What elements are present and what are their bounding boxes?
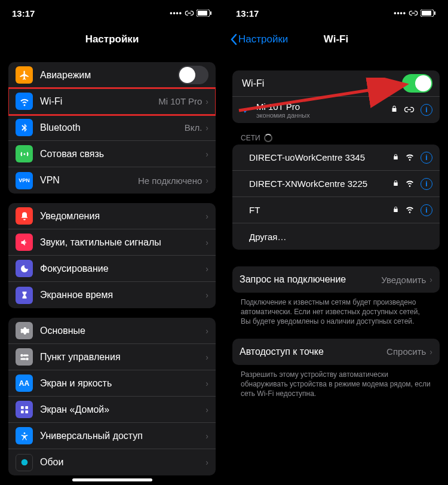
accessibility-icon [16, 427, 33, 444]
airplane-icon [16, 66, 33, 84]
wifi-screen: 13:17 •••• Настройки Wi-Fi Wi-Fi ✓ [224, 0, 448, 485]
svg-rect-2 [210, 11, 211, 15]
gear-icon [16, 322, 33, 339]
airplane-toggle[interactable] [178, 66, 208, 84]
row-value: Mi 10T Pro [158, 96, 202, 106]
settings-group-general: Основные › Пункт управления › AA Экран и… [8, 318, 216, 475]
row-general[interactable]: Основные › [8, 318, 216, 344]
svg-point-12 [21, 459, 27, 466]
row-label: VPN [40, 175, 138, 186]
auto-footer-text: Разрешить этому устройству автоматически… [232, 365, 440, 399]
back-button[interactable]: Настройки [230, 33, 288, 45]
row-label: Wi-Fi [40, 96, 158, 107]
header: Настройки Wi-Fi [224, 26, 448, 53]
chevron-right-icon: › [205, 149, 208, 159]
row-notifications[interactable]: Уведомления › [8, 203, 216, 229]
status-bar: 13:17 •••• [0, 0, 224, 26]
chevron-right-icon: › [205, 176, 208, 185]
row-label: Экранное время [40, 290, 205, 300]
row-cellular[interactable]: Сотовая связь › [8, 141, 216, 167]
chevron-right-icon: › [205, 379, 208, 388]
chevron-right-icon: › [205, 352, 208, 362]
home-indicator[interactable] [72, 478, 152, 481]
status-right: •••• [394, 8, 436, 19]
chevron-right-icon: › [205, 458, 208, 467]
row-wallpaper[interactable]: Обои › [8, 449, 216, 475]
row-label: Универсальный доступ [40, 431, 205, 441]
network-row[interactable]: DIRECT-uoWorkCentre 3345 i [232, 145, 440, 171]
ask-group: Запрос на подключение Уведомить › [232, 266, 440, 293]
wifi-toggle[interactable] [402, 74, 432, 93]
row-vpn[interactable]: VPN VPN Не подключено › [8, 167, 216, 194]
row-label: Фокусирование [40, 263, 205, 274]
row-value: Спросить [386, 346, 426, 357]
info-icon[interactable]: i [421, 204, 432, 216]
status-time: 13:17 [236, 8, 259, 19]
chevron-right-icon: › [205, 431, 208, 441]
network-row[interactable]: FT i [232, 197, 440, 223]
lock-icon [392, 179, 399, 189]
row-wifi-toggle[interactable]: Wi-Fi [232, 70, 440, 97]
row-label: Обои [40, 457, 205, 468]
network-row[interactable]: DIRECT-XNWorkCentre 3225 i [232, 171, 440, 197]
wallpaper-icon [16, 454, 33, 471]
settings-content[interactable]: Авиарежим Wi-Fi Mi 10T Pro › Bluetooth В… [0, 62, 224, 475]
svg-rect-4 [23, 354, 28, 356]
settings-screen: 13:17 •••• Настройки Авиарежим [0, 0, 224, 485]
ask-footer-text: Подключение к известным сетям будет прои… [232, 293, 440, 327]
lock-icon [391, 105, 398, 115]
row-sounds[interactable]: Звуки, тактильные сигналы › [8, 229, 216, 256]
link-icon [409, 10, 418, 16]
row-wifi[interactable]: Wi-Fi Mi 10T Pro › [8, 88, 216, 115]
row-value: Уведомить [381, 275, 426, 285]
link-icon [185, 10, 194, 16]
row-value: Вкл. [185, 122, 202, 133]
row-control-center[interactable]: Пункт управления › [8, 344, 216, 370]
cellular-icon [16, 145, 33, 162]
row-auto-hotspot[interactable]: Автодоступ к точке Спросить › [232, 339, 440, 365]
row-label: Автодоступ к точке [240, 346, 386, 357]
svg-point-11 [23, 432, 25, 434]
row-other-network[interactable]: Другая… [232, 223, 440, 250]
chevron-right-icon: › [205, 211, 208, 221]
battery-icon [421, 8, 436, 19]
row-bluetooth[interactable]: Bluetooth Вкл. › [8, 115, 216, 141]
check-icon: ✓ [240, 105, 253, 116]
row-label: Экран «Домой» [40, 404, 205, 415]
wifi-signal-icon [405, 205, 415, 216]
row-screentime[interactable]: Экранное время › [8, 282, 216, 308]
lock-icon [392, 152, 399, 163]
network-name: DIRECT-XNWorkCentre 3225 [240, 179, 392, 189]
other-label: Другая… [240, 232, 432, 242]
svg-point-5 [26, 357, 29, 360]
header: Настройки [0, 26, 224, 53]
vpn-icon: VPN [16, 172, 33, 189]
info-icon[interactable]: i [421, 178, 432, 190]
row-value: Не подключено [138, 176, 202, 186]
network-name: DIRECT-uoWorkCentre 3345 [240, 152, 392, 162]
wifi-signal-icon [405, 179, 415, 189]
info-icon[interactable]: i [421, 152, 432, 164]
row-connected-network[interactable]: ✓ Mi 10T Pro экономия данных i [232, 97, 440, 123]
row-ask-to-join[interactable]: Запрос на подключение Уведомить › [232, 266, 440, 293]
svg-rect-15 [434, 11, 435, 15]
wifi-content[interactable]: Wi-Fi ✓ Mi 10T Pro экономия данных i [224, 70, 448, 398]
row-focus[interactable]: Фокусирование › [8, 256, 216, 282]
svg-rect-9 [21, 410, 24, 413]
svg-rect-7 [21, 406, 24, 409]
wifi-toggle-label: Wi-Fi [240, 78, 402, 89]
wifi-main-group: Wi-Fi ✓ Mi 10T Pro экономия данных i [232, 70, 440, 123]
svg-rect-14 [422, 11, 431, 16]
status-bar: 13:17 •••• [224, 0, 448, 26]
row-label: Экран и яркость [40, 378, 205, 389]
switches-icon [16, 348, 33, 366]
row-airplane[interactable]: Авиарежим [8, 62, 216, 88]
chevron-right-icon: › [205, 290, 208, 300]
info-icon[interactable]: i [421, 104, 432, 116]
networks-section-label: СЕТИ [241, 134, 440, 142]
row-accessibility[interactable]: Универсальный доступ › [8, 423, 216, 449]
lock-icon [392, 205, 399, 216]
chevron-right-icon: › [205, 405, 208, 415]
row-display[interactable]: AA Экран и яркость › [8, 370, 216, 397]
row-home-screen[interactable]: Экран «Домой» › [8, 397, 216, 423]
